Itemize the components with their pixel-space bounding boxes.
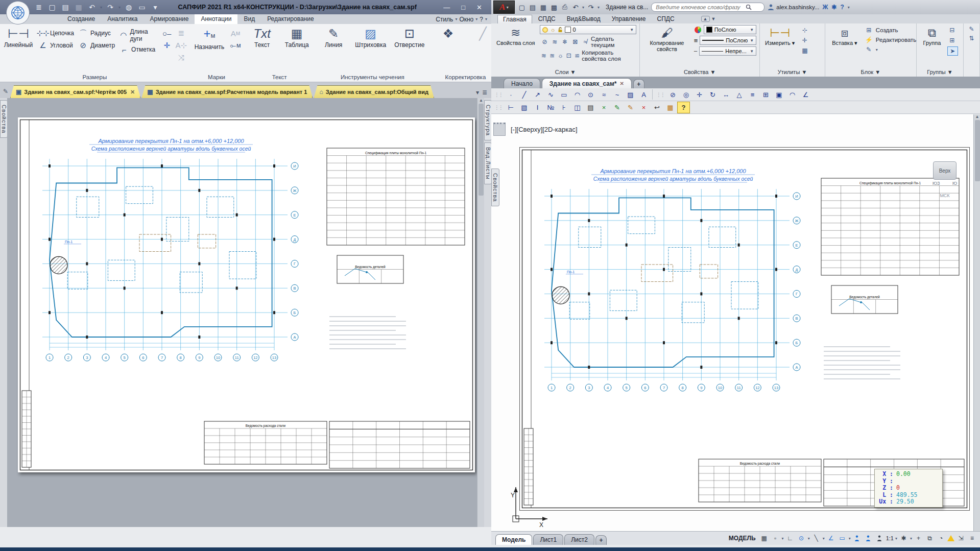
cad-tab-СПДС[interactable]: СПДС bbox=[533, 15, 561, 23]
copy-layer-props-icon[interactable]: ≌ bbox=[573, 52, 581, 60]
block-library-icon[interactable]: ▤ bbox=[584, 102, 597, 113]
menu-caret-icon[interactable]: ▾ bbox=[485, 17, 487, 21]
save-icon[interactable]: ▦ bbox=[539, 2, 547, 12]
spline-icon[interactable]: ~ bbox=[611, 89, 624, 101]
mark-text-button[interactable]: Aм bbox=[230, 28, 241, 38]
cad-properties-tab[interactable]: Свойства bbox=[491, 169, 499, 206]
cad-tab-Управление[interactable]: Управление bbox=[607, 15, 651, 23]
drawing-sheet[interactable]: Армирование перекрытия Пн-1 на отм.+6,00… bbox=[18, 117, 475, 472]
opening-tool-button[interactable]: ⊡ Отверстие bbox=[392, 25, 426, 51]
settings-gear-dropdown-icon[interactable]: ▾ bbox=[910, 536, 912, 541]
scale-label-dropdown-icon[interactable]: ▾ bbox=[895, 536, 897, 541]
settings-gear-icon[interactable]: ✱ bbox=[899, 534, 909, 543]
hatch-tool-button[interactable]: ▨ Штриховка bbox=[353, 25, 388, 51]
create-block-button[interactable]: Создать bbox=[876, 27, 898, 33]
insert-block-button[interactable]: ⧈ Вставка ▾ bbox=[828, 25, 861, 47]
group-button[interactable]: ⧉ Группа bbox=[920, 25, 944, 47]
panel-label-properties[interactable]: Свойства ▼ bbox=[640, 68, 759, 77]
object-snap-dropdown-icon[interactable]: ▾ bbox=[823, 536, 825, 541]
new-tab-button[interactable]: + bbox=[633, 79, 644, 88]
viewcube[interactable]: Верх ЮЗ Ю МСК bbox=[931, 161, 958, 202]
cad-tab-Главная[interactable]: Главная bbox=[497, 15, 532, 23]
edit-attributes-icon[interactable]: ✎ bbox=[864, 45, 874, 54]
polar-tracking-icon[interactable]: ⊙ bbox=[797, 534, 806, 543]
linear-dimension-button[interactable]: ⊢⊣ Линейный bbox=[3, 25, 34, 51]
leader-button[interactable]: ○– bbox=[162, 28, 172, 38]
undo-dropdown-icon[interactable]: ▾ bbox=[582, 5, 584, 10]
erase-icon[interactable]: ⊘ bbox=[666, 89, 679, 101]
print-icon[interactable]: ⎙ bbox=[561, 2, 569, 12]
edit-pencil-icon[interactable]: ✎ bbox=[1, 85, 10, 98]
viewport-label[interactable]: [-][Сверху][2D-каркас] bbox=[511, 126, 578, 133]
hatch-edit-icon[interactable]: ▧ bbox=[518, 102, 531, 113]
doc-tab[interactable]: ▣Здание на сваях_сам.spf:Чертёж 005✕ bbox=[10, 85, 140, 98]
dimension-icon[interactable]: ⊢ bbox=[505, 102, 517, 113]
search-input[interactable] bbox=[655, 4, 744, 11]
viewport-icon[interactable]: ⧉ bbox=[925, 534, 935, 543]
sapfir-drawing-canvas[interactable]: Армирование перекрытия Пн-1 на отм.+6,00… bbox=[7, 98, 477, 527]
text-icon[interactable]: A bbox=[637, 89, 650, 101]
panel-label-utilities[interactable]: Утилиты ▼ bbox=[760, 68, 825, 77]
group-add-icon[interactable]: ⊞ bbox=[947, 36, 957, 44]
annotation-autoscale-icon[interactable] bbox=[864, 534, 873, 543]
3d-view-icon[interactable]: ◍ bbox=[124, 2, 134, 12]
toolbar-grip[interactable]: ⋮⋮ bbox=[656, 92, 664, 98]
undo-icon[interactable]: ↶ bbox=[571, 2, 580, 12]
ribbon-tab-редактирование[interactable]: Редактирование bbox=[261, 14, 320, 24]
copy-layer-props-button[interactable]: Копировать свойства слоя bbox=[582, 50, 636, 62]
point-icon[interactable]: · bbox=[505, 89, 517, 101]
viewcube-ucs-label[interactable]: МСК bbox=[931, 193, 958, 198]
mark-leader-button[interactable]: ⟜м bbox=[230, 40, 241, 51]
ribbon-tab-армирование[interactable]: Армирование bbox=[144, 14, 195, 24]
edit-attributes-icon[interactable]: ✎ bbox=[611, 102, 624, 113]
redo-dropdown-icon[interactable]: ▾ bbox=[597, 5, 600, 10]
close-tab-icon[interactable]: ✕ bbox=[130, 89, 135, 95]
grid-display-icon[interactable]: ▦ bbox=[759, 534, 769, 543]
rectangle-icon[interactable]: ▭ bbox=[558, 89, 570, 101]
save-icon[interactable]: ▦ bbox=[74, 2, 84, 12]
settings-icon[interactable]: ✱ bbox=[831, 4, 836, 11]
save-block-icon[interactable]: ▦ bbox=[664, 102, 677, 113]
color-wheel-icon[interactable] bbox=[694, 26, 702, 34]
copy-icon[interactable]: ◎ bbox=[680, 89, 692, 101]
move-icon[interactable]: ✛ bbox=[693, 89, 706, 101]
ribbon-tab-аннотации[interactable]: Аннотации bbox=[195, 14, 237, 24]
edit-group-icon[interactable]: ✎ bbox=[967, 25, 976, 33]
close-tab-icon[interactable]: ✕ bbox=[619, 81, 624, 86]
layer-off-icon[interactable]: ⊘ bbox=[540, 38, 549, 46]
redo-icon[interactable]: ↷ bbox=[587, 2, 595, 12]
menu-icon[interactable]: ≣ bbox=[34, 2, 44, 12]
layout-tab-Лист1[interactable]: Лист1 bbox=[533, 534, 563, 545]
cad-file-tab[interactable]: Начало bbox=[504, 78, 540, 88]
polyline-icon[interactable]: ∿ bbox=[544, 89, 557, 101]
group-order-icon[interactable]: ⇅ bbox=[967, 34, 976, 42]
menu-Стиль[interactable]: Стиль bbox=[436, 16, 453, 23]
table-button[interactable]: ▦ Таблица bbox=[281, 25, 312, 51]
save-all-icon[interactable]: ▩ bbox=[550, 2, 558, 12]
collapsed-palette[interactable] bbox=[493, 123, 506, 136]
text-height-icon[interactable]: I bbox=[531, 102, 544, 113]
section-icon[interactable]: ◫ bbox=[571, 102, 584, 113]
rotate-icon[interactable]: ↻ bbox=[706, 89, 719, 101]
viewcube-compass-sw[interactable]: ЮЗ bbox=[933, 181, 940, 186]
text-button[interactable]: Txt Текст bbox=[247, 25, 277, 51]
new-document-icon[interactable]: ▢ bbox=[47, 2, 57, 12]
level-mark-button[interactable]: ⌐Отметка bbox=[119, 44, 158, 55]
new-document-icon[interactable]: ▢ bbox=[518, 2, 526, 12]
chain-dimension-button[interactable]: ⊹⊹Цепочка bbox=[38, 28, 74, 38]
help-icon[interactable]: ? bbox=[840, 4, 844, 11]
tab-list-icon[interactable]: ≣ bbox=[482, 89, 487, 96]
menu-?[interactable]: ? bbox=[480, 16, 483, 23]
edit-block-button[interactable]: Редактировать bbox=[876, 37, 916, 43]
cad-file-tab[interactable]: Здание на сваях_сам*✕ bbox=[542, 78, 632, 88]
measure-button[interactable]: ⊢⊣ Измерить ▾ bbox=[763, 25, 797, 47]
annotation-visibility-icon[interactable] bbox=[852, 534, 862, 543]
color-combo[interactable]: ПоСлою▼ bbox=[704, 25, 756, 34]
layer-isolate-icon[interactable]: ≋ bbox=[550, 38, 559, 46]
search-icon[interactable] bbox=[746, 4, 752, 10]
mirror-icon[interactable]: △ bbox=[733, 89, 746, 101]
block-help-icon[interactable]: ? bbox=[677, 102, 690, 113]
viewcube-compass-s[interactable]: Ю bbox=[952, 181, 957, 186]
construction-line-icon[interactable]: ↗ bbox=[531, 89, 544, 101]
layout-tab-Лист2[interactable]: Лист2 bbox=[564, 534, 594, 545]
